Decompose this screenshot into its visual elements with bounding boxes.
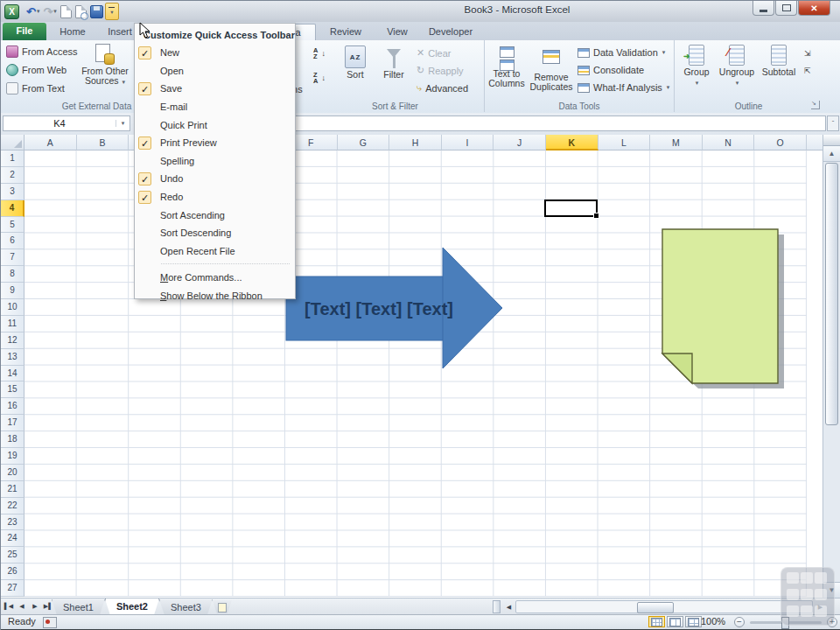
what-if-analysis-button[interactable]: What-If Analysis▾ [578,82,669,93]
menu-item-quick-print[interactable]: Quick Print [135,116,295,134]
menu-item-redo[interactable]: ✓Redo [135,188,295,206]
name-box[interactable]: K4 ▾ [3,116,130,131]
row-header-5[interactable]: 5 [1,217,24,234]
sheet-tab-sheet1[interactable]: Sheet1 [52,599,105,615]
row-header-2[interactable]: 2 [1,167,24,184]
print-preview-button[interactable] [74,4,88,19]
row-header-8[interactable]: 8 [1,266,24,283]
close-button[interactable]: ✕ [798,1,830,16]
worksheet-grid[interactable]: ABCDEFGHIJKLMNO 123456789101112131415161… [1,135,822,598]
tab-developer[interactable]: Developer [419,24,482,40]
hide-detail-button[interactable]: ⇱ [804,66,811,75]
previous-sheet-icon[interactable]: ◀ [17,600,27,612]
menu-item-open-recent-file[interactable]: Open Recent File [135,242,295,261]
menu-item-open[interactable]: Open [135,62,295,80]
vertical-split-handle[interactable] [823,135,840,146]
record-macro-icon[interactable] [43,617,57,628]
sheet-tab-sheet2[interactable]: Sheet2 [105,598,159,615]
vertical-scroll-thumb[interactable] [825,163,838,425]
column-header-J[interactable]: J [494,135,546,150]
tab-split-handle[interactable] [493,600,500,613]
row-header-23[interactable]: 23 [1,514,24,531]
row-header-26[interactable]: 26 [1,564,24,580]
vertical-scrollbar[interactable]: ▲ ▼ [822,135,840,598]
row-header-19[interactable]: 19 [1,448,24,465]
column-header-I[interactable]: I [442,135,494,150]
normal-view-button[interactable] [648,616,665,627]
menu-item-show-below-the-ribbon[interactable]: Show Below the Ribbon [135,287,295,305]
row-header-20[interactable]: 20 [1,465,24,481]
sheet-tab-sheet3[interactable]: Sheet3 [159,599,213,615]
expand-formula-bar-icon[interactable]: ˇ [827,116,839,131]
menu-item-save[interactable]: ✓Save [135,80,295,98]
menu-item-e-mail[interactable]: E-mail [135,98,295,116]
restore-button[interactable] [775,1,797,16]
horizontal-scroll-thumb[interactable] [637,602,674,613]
consolidate-button[interactable]: Consolidate [578,65,644,75]
minimize-button[interactable] [752,1,774,16]
advanced-button[interactable]: ⤷Advanced [416,82,468,94]
page-layout-view-button[interactable] [667,616,683,627]
excel-logo-icon[interactable]: X [4,4,19,19]
clear-button[interactable]: ✕Clear [416,47,452,59]
zoom-out-button[interactable]: − [734,617,745,627]
row-header-27[interactable]: 27 [1,580,24,597]
column-header-M[interactable]: M [650,135,703,150]
sort-descending-button[interactable]: ZA↓ [313,72,326,84]
sort-button[interactable]: AZ Sort [340,46,371,80]
column-header-K[interactable]: K [546,135,598,150]
save-button[interactable] [88,4,105,19]
row-header-3[interactable]: 3 [1,184,24,200]
from-text-button[interactable]: From Text [6,82,65,94]
tab-review[interactable]: Review [319,24,372,40]
sort-ascending-button[interactable]: AZ↓ [313,47,326,60]
row-header-16[interactable]: 16 [1,398,24,415]
row-header-25[interactable]: 25 [1,547,24,564]
row-header-12[interactable]: 12 [1,332,24,349]
text-to-columns-button[interactable]: Text to Columns [488,45,525,88]
column-header-O[interactable]: O [754,135,807,150]
column-header-L[interactable]: L [598,135,651,150]
menu-item-undo[interactable]: ✓Undo [135,170,295,188]
column-header-H[interactable]: H [389,135,442,150]
from-access-button[interactable]: From Access [6,46,78,58]
undo-button[interactable]: ↶▾ [24,4,41,19]
first-sheet-icon[interactable]: ▌◀ [4,600,14,612]
row-header-9[interactable]: 9 [1,283,24,299]
customize-quick-access-toolbar-button[interactable]: ▾ [105,3,119,20]
tab-file[interactable]: File [3,23,46,40]
remove-duplicates-button[interactable]: Remove Duplicates [528,45,574,92]
row-header-7[interactable]: 7 [1,249,24,266]
column-header-B[interactable]: B [77,135,130,150]
dialog-launcher-icon[interactable]: ↘ [811,101,820,109]
row-header-11[interactable]: 11 [1,316,24,332]
redo-button[interactable]: ↷▾ [41,4,58,19]
insert-worksheet-button[interactable] [213,600,232,613]
reapply-button[interactable]: ↻Reapply [416,65,464,76]
row-header-21[interactable]: 21 [1,481,24,498]
page-break-view-button[interactable] [685,616,702,627]
menu-item-spelling[interactable]: Spelling [135,152,295,171]
scroll-left-icon[interactable]: ◀ [503,600,514,613]
show-detail-button[interactable]: ⇲ [804,49,811,58]
active-cell-K4[interactable] [544,200,598,217]
menu-item-new[interactable]: ✓New [135,44,295,62]
next-sheet-icon[interactable]: ▶ [30,600,40,612]
column-header-A[interactable]: A [24,135,77,150]
row-header-18[interactable]: 18 [1,431,24,448]
fill-handle[interactable] [593,213,599,219]
from-web-button[interactable]: From Web [6,64,66,76]
group-button[interactable]: ➜ Group▾ [680,45,713,88]
row-header-10[interactable]: 10 [1,299,24,316]
scroll-up-icon[interactable]: ▲ [823,146,840,162]
row-header-22[interactable]: 22 [1,498,24,514]
horizontal-scrollbar[interactable] [515,600,813,613]
column-header-G[interactable]: G [338,135,390,150]
filter-button[interactable]: Filter [378,46,410,80]
row-header-4[interactable]: 4 [1,200,24,217]
row-header-1[interactable]: 1 [1,150,24,167]
row-header-14[interactable]: 14 [1,366,24,382]
menu-item-sort-ascending[interactable]: Sort Ascending [135,206,295,224]
row-header-6[interactable]: 6 [1,233,24,249]
column-header-N[interactable]: N [703,135,755,150]
